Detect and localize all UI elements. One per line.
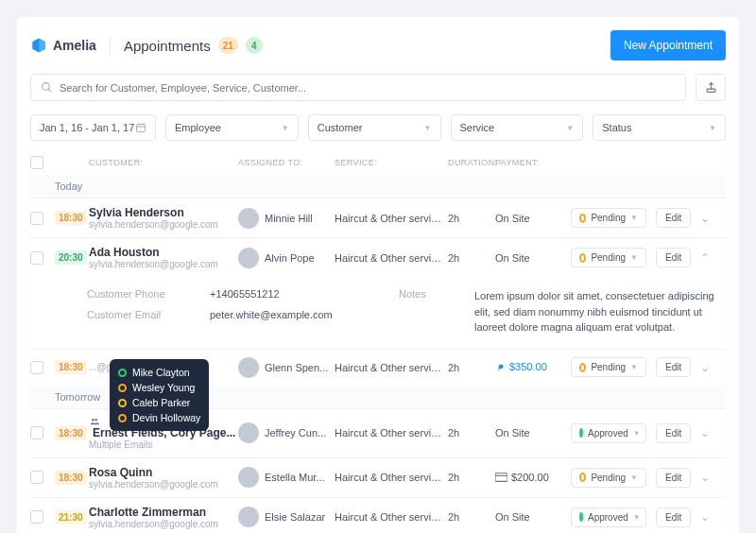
expand-button[interactable]: ⌃: [696, 251, 714, 265]
expanded-detail: Customer PhoneCustomer Email +1406555121…: [30, 277, 726, 349]
status-label: Approved: [588, 512, 628, 523]
avatar: [238, 248, 259, 268]
date-range-filter[interactable]: Jan 1, 16 - Jan 1, 17: [30, 114, 156, 141]
expand-button[interactable]: ⌄: [696, 471, 714, 484]
time-chip: 18:30: [55, 360, 87, 374]
assigned-name: Minnie Hill: [265, 213, 318, 224]
duration: 2h: [448, 213, 495, 224]
avatar: [238, 507, 259, 527]
customer-filter-label: Customer: [318, 122, 363, 133]
chevron-down-icon: ▼: [630, 473, 638, 482]
page-title: Appointments: [124, 38, 211, 54]
tooltip-name: Wesley Young: [132, 382, 195, 393]
status-select[interactable]: Approved▼: [571, 423, 646, 443]
status-ring-icon: [118, 399, 127, 407]
chevron-down-icon: ▼: [424, 124, 432, 132]
chevron-down-icon: ▼: [709, 124, 716, 132]
customer-name: Charlotte Zimmerman: [89, 506, 238, 519]
row-checkbox[interactable]: [30, 251, 43, 265]
status-ring-icon: [579, 512, 583, 522]
export-button[interactable]: [696, 74, 726, 101]
row-checkbox[interactable]: [30, 510, 43, 524]
customer-name: Rosa Quinn: [89, 466, 238, 479]
row-checkbox[interactable]: [30, 426, 43, 439]
status-select[interactable]: Pending▼: [571, 248, 646, 267]
status-ring-icon: [579, 214, 586, 223]
table-header: CUSTOMER: ASSIGNED TO: SERVICE: DURATION…: [30, 150, 726, 175]
tooltip-name: Caleb Parker: [132, 397, 190, 408]
assigned-name: Elsie Salazar: [265, 511, 331, 523]
employee-filter-label: Employee: [175, 122, 221, 133]
status-ring-icon: [579, 253, 586, 263]
paypal-icon: [495, 361, 506, 372]
duration: 2h: [448, 472, 495, 483]
payment-text: On Site: [495, 511, 530, 523]
status-select[interactable]: Pending▼: [571, 208, 646, 228]
col-customer: CUSTOMER:: [89, 158, 238, 167]
service-name: Haircut & Other servic...: [335, 252, 448, 264]
expand-button[interactable]: ⌄: [696, 212, 714, 225]
tooltip-item: Devin Holloway: [118, 410, 200, 425]
duration: 2h: [448, 252, 495, 264]
assigned-name: Alvin Pope: [265, 252, 320, 264]
customer-email: sylvia.henderson@google.com: [89, 479, 238, 490]
customer-filter[interactable]: Customer ▼: [308, 114, 441, 141]
time-chip: 21:30: [55, 510, 87, 524]
table-row: 21:30 Charlotte Zimmermansylvia.henderso…: [30, 498, 726, 534]
status-select[interactable]: Pending▼: [571, 468, 646, 488]
payment-text: On Site: [495, 213, 530, 224]
table-row: 18:30 Rosa Quinnsylvia.henderson@google.…: [30, 458, 726, 497]
expand-button[interactable]: ⌄: [696, 361, 714, 374]
header: Amelia Appointments 21 4 New Appointment: [30, 30, 726, 60]
select-all-checkbox[interactable]: [30, 156, 43, 169]
payment-paypal: $350.00: [495, 361, 547, 372]
svg-point-0: [43, 83, 50, 91]
status-filter-label: Status: [602, 122, 631, 133]
chevron-down-icon: ▼: [633, 429, 641, 438]
table-row: 18:30 Sylvia Hendersonsylvia.henderson@g…: [30, 198, 726, 237]
chevron-down-icon: ▼: [630, 214, 638, 222]
service-filter-label: Service: [460, 122, 495, 133]
notes-text: Lorem ipsum dolor sit amet, consectetuer…: [474, 288, 726, 335]
customer-name: Sylvia Henderson: [89, 206, 238, 219]
status-label: Pending: [591, 213, 626, 223]
customer-email: sylvia.henderson@google.com: [89, 259, 238, 269]
edit-button[interactable]: Edit: [656, 208, 691, 228]
status-ring-icon: [118, 369, 127, 377]
edit-button[interactable]: Edit: [656, 468, 691, 488]
status-select[interactable]: Pending▼: [571, 357, 646, 377]
edit-button[interactable]: Edit: [656, 357, 691, 377]
table-row: 20:30 Ada Houstonsylvia.henderson@google…: [30, 238, 726, 277]
search-box[interactable]: [30, 74, 686, 101]
phone-label: Customer Phone: [87, 288, 191, 300]
service-name: Haircut & Other servic...: [335, 362, 448, 373]
row-checkbox[interactable]: [30, 361, 43, 374]
svg-point-7: [92, 419, 94, 421]
edit-button[interactable]: Edit: [656, 248, 691, 267]
new-appointment-button[interactable]: New Appointment: [610, 30, 726, 60]
edit-button[interactable]: Edit: [656, 507, 691, 527]
edit-button[interactable]: Edit: [656, 423, 691, 443]
expand-button[interactable]: ⌄: [696, 510, 714, 524]
tooltip-item: Caleb Parker: [118, 395, 200, 410]
service-name: Haircut & Other servic...: [335, 472, 448, 483]
status-filter[interactable]: Status ▼: [593, 114, 726, 141]
svg-rect-3: [137, 125, 146, 132]
col-payment: PAYMENT:: [495, 158, 571, 167]
row-checkbox[interactable]: [30, 471, 43, 484]
brand-text: Amelia: [53, 38, 96, 53]
search-input[interactable]: [60, 82, 676, 94]
service-filter[interactable]: Service ▼: [451, 114, 584, 141]
row-checkbox[interactable]: [30, 212, 43, 225]
status-select[interactable]: Approved▼: [571, 507, 646, 527]
phone-value: +14065551212: [210, 288, 380, 300]
tooltip-item: Mike Clayton: [118, 365, 200, 380]
col-service: SERVICE:: [335, 158, 448, 167]
time-chip: 18:30: [55, 471, 87, 485]
expand-button[interactable]: ⌄: [696, 426, 714, 439]
assigned-name: Estella Mur...: [265, 472, 331, 483]
status-label: Pending: [591, 252, 626, 263]
employee-filter[interactable]: Employee ▼: [165, 114, 299, 141]
avatar: [238, 208, 259, 229]
status-ring-icon: [579, 428, 583, 438]
